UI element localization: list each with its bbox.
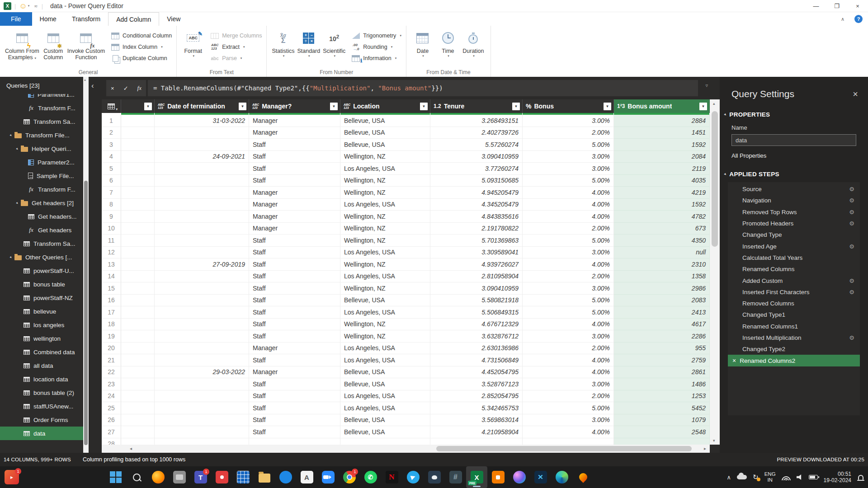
cell-manager[interactable]: Staff xyxy=(249,282,340,295)
cell-dot[interactable] xyxy=(155,187,249,199)
search-icon[interactable] xyxy=(126,466,147,488)
cell-amount[interactable]: 2986 xyxy=(614,282,710,295)
cell-tenure[interactable]: 4.452054795 xyxy=(430,366,523,379)
cell-amount[interactable]: 1451 xyxy=(614,127,710,139)
cell-amount[interactable] xyxy=(614,438,710,445)
applied-step-removed-columns[interactable]: Removed Columns xyxy=(728,298,860,309)
extract-button[interactable]: ABC123Extract▾ xyxy=(210,42,262,52)
cell-dot[interactable] xyxy=(155,127,249,139)
tab-transform[interactable]: Transform xyxy=(64,12,108,26)
cell-bonus[interactable]: 3.00% xyxy=(523,282,614,295)
query-item-other-queries[interactable]: ▾Other Queries [... xyxy=(0,250,83,264)
query-item-bonus-table-2[interactable]: bonus table (2) xyxy=(0,386,83,399)
cell-partial[interactable] xyxy=(121,223,155,235)
row-number[interactable]: 9 xyxy=(102,211,121,223)
cell-manager[interactable] xyxy=(249,438,340,445)
cell-amount[interactable]: 1358 xyxy=(614,271,710,283)
cell-location[interactable]: Wellington, NZ xyxy=(340,235,430,247)
cell-manager[interactable]: Manager xyxy=(249,211,340,223)
parse-button[interactable]: abcParse▾ xyxy=(210,53,262,63)
step-settings-gear-icon[interactable]: ⚙ xyxy=(849,209,854,216)
cell-tenure[interactable]: 5.093150685 xyxy=(430,175,523,187)
flame-app-icon[interactable] xyxy=(572,466,594,488)
cell-partial[interactable] xyxy=(121,127,155,139)
row-number[interactable]: 22 xyxy=(102,366,121,379)
conditional-column-button[interactable]: Conditional Column xyxy=(111,31,172,41)
cell-manager[interactable]: Manager xyxy=(249,115,340,127)
information-button[interactable]: ℹInformation▾ xyxy=(351,53,401,63)
fx-icon[interactable]: fx xyxy=(137,84,142,92)
quick-access-toolbar-icon[interactable]: ≂ xyxy=(34,4,38,9)
cell-location[interactable]: Los Angeles, USA xyxy=(340,343,430,355)
cell-partial[interactable] xyxy=(121,271,155,283)
column-header-tenure[interactable]: 1.2Tenure▼ xyxy=(430,99,523,113)
applied-step-inserted-multiplication[interactable]: Inserted Multiplication⚙ xyxy=(728,332,860,343)
cell-bonus[interactable]: 5.00% xyxy=(523,402,614,414)
date-button[interactable]: Date▾ xyxy=(411,28,434,58)
cell-tenure[interactable]: 4.345205479 xyxy=(430,199,523,211)
cell-dot[interactable] xyxy=(155,426,249,438)
media-player-icon[interactable] xyxy=(211,466,232,488)
cell-location[interactable]: Bellevue, USA xyxy=(340,414,430,427)
cell-tenure[interactable]: 3.569863014 xyxy=(430,414,523,427)
netflix-icon[interactable] xyxy=(381,466,402,488)
row-number[interactable]: 17 xyxy=(102,306,121,319)
cell-amount[interactable]: 2119 xyxy=(614,163,710,175)
index-column-button[interactable]: Index Column▾ xyxy=(111,42,172,52)
cell-partial[interactable] xyxy=(121,354,155,366)
step-settings-gear-icon[interactable]: ⚙ xyxy=(849,243,854,250)
cell-tenure[interactable]: 4.210958904 xyxy=(430,426,523,438)
pgadmin-icon[interactable] xyxy=(424,466,445,488)
scroll-up-icon[interactable]: ▴ xyxy=(713,101,715,106)
notification-bell-icon[interactable] xyxy=(858,475,863,480)
query-item-bonus-table[interactable]: bonus table xyxy=(0,277,83,291)
cell-partial[interactable] xyxy=(121,115,155,127)
applied-step-renamed-columns2[interactable]: ×Renamed Columns2 xyxy=(728,355,860,366)
row-number[interactable]: 28 xyxy=(102,438,121,445)
cell-dot[interactable] xyxy=(155,235,249,247)
cell-dot[interactable] xyxy=(155,306,249,319)
applied-steps-section-header[interactable]: ▾ APPLIED STEPS xyxy=(724,171,868,178)
cell-bonus[interactable]: 3.00% xyxy=(523,330,614,343)
cell-tenure[interactable]: 5.506849315 xyxy=(430,306,523,319)
step-settings-gear-icon[interactable]: ⚙ xyxy=(849,220,854,227)
cell-manager[interactable]: Staff xyxy=(249,163,340,175)
sheets-icon[interactable] xyxy=(232,466,254,488)
cell-dot[interactable] xyxy=(155,139,249,151)
cell-location[interactable]: Los Angeles, USA xyxy=(340,354,430,366)
cell-dot[interactable] xyxy=(155,211,249,223)
cell-tenure[interactable]: 3.268493151 xyxy=(430,115,523,127)
tab-file[interactable]: File xyxy=(0,12,32,26)
filter-icon[interactable]: ▼ xyxy=(239,103,246,110)
cell-amount[interactable]: 4350 xyxy=(614,235,710,247)
cell-dot[interactable] xyxy=(155,295,249,307)
row-number[interactable]: 5 xyxy=(102,163,121,175)
custom-column-button[interactable]: ✱CustomColumn xyxy=(42,28,65,61)
column-header-date-of-termination[interactable]: ABC123Date of termination▼ xyxy=(155,99,249,113)
cell-bonus[interactable]: 3.00% xyxy=(523,378,614,390)
close-button[interactable]: × xyxy=(847,0,868,12)
row-number[interactable]: 6 xyxy=(102,175,121,187)
column-from-examples-button[interactable]: ϟColumn FromExamples ▾ xyxy=(5,28,39,61)
whatsapp-icon[interactable] xyxy=(360,466,381,488)
cell-dot[interactable] xyxy=(155,282,249,295)
cell-bonus[interactable]: 2.00% xyxy=(523,223,614,235)
column-header-manager[interactable]: ABC123Manager?▼ xyxy=(249,99,340,113)
step-settings-gear-icon[interactable]: ⚙ xyxy=(849,334,854,341)
collapse-section-icon[interactable]: ▾ xyxy=(723,172,727,176)
cell-manager[interactable]: Staff xyxy=(249,402,340,414)
cell-dot[interactable] xyxy=(155,199,249,211)
cell-tenure[interactable]: 5.57260274 xyxy=(430,139,523,151)
query-item-powerstaff-u[interactable]: powerStaff-U... xyxy=(0,264,83,277)
cell-bonus[interactable]: 4.00% xyxy=(523,319,614,331)
cell-location[interactable]: Los Angeles, USA xyxy=(340,271,430,283)
feedback-smiley-icon[interactable]: ☺ xyxy=(19,2,27,10)
query-item-get-headers-2[interactable]: ▾Get headers [2] xyxy=(0,196,83,210)
cell-bonus[interactable]: 4.00% xyxy=(523,366,614,379)
row-number[interactable]: 14 xyxy=(102,271,121,283)
cell-manager[interactable]: Staff xyxy=(249,330,340,343)
cell-manager[interactable]: Staff xyxy=(249,319,340,331)
cell-dot[interactable] xyxy=(155,354,249,366)
cell-manager[interactable]: Manager xyxy=(249,366,340,379)
cell-partial[interactable] xyxy=(121,343,155,355)
